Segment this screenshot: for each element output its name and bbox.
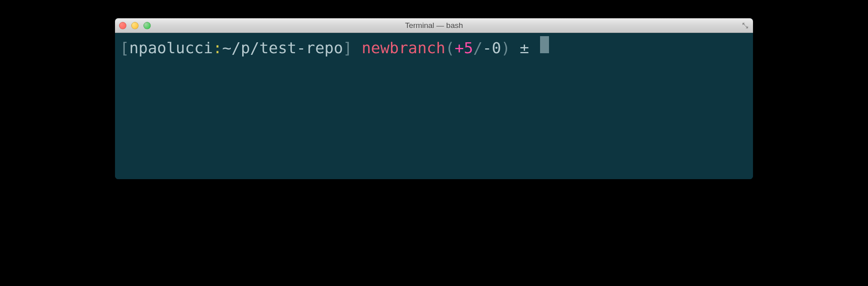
terminal-window: Terminal — bash [npaolucci:~/p/test-repo… xyxy=(115,18,753,179)
minimize-button[interactable] xyxy=(131,22,139,29)
plusminus-symbol: ± xyxy=(520,38,529,58)
open-bracket: [ xyxy=(120,38,129,58)
space xyxy=(352,38,362,58)
git-deletions: -0 xyxy=(482,38,501,58)
open-paren: ( xyxy=(445,38,455,58)
titlebar[interactable]: Terminal — bash xyxy=(115,18,753,33)
zoom-button[interactable] xyxy=(143,22,151,29)
space xyxy=(529,38,538,58)
terminal-content[interactable]: [npaolucci:~/p/test-repo] newbranch(+5/-… xyxy=(115,33,753,179)
git-additions: +5 xyxy=(455,38,473,58)
colon: : xyxy=(213,38,222,58)
cursor xyxy=(540,36,549,53)
path: ~/p/test-repo xyxy=(222,38,343,58)
traffic-lights xyxy=(119,22,151,29)
prompt-line: [npaolucci:~/p/test-repo] newbranch(+5/-… xyxy=(120,36,748,58)
close-bracket: ] xyxy=(343,38,352,58)
close-button[interactable] xyxy=(119,22,126,29)
close-paren: ) xyxy=(501,38,510,58)
window-title: Terminal — bash xyxy=(405,21,463,30)
space xyxy=(510,38,520,58)
slash: / xyxy=(473,38,482,58)
username: npaolucci xyxy=(129,38,213,58)
fullscreen-icon[interactable] xyxy=(742,22,749,29)
git-branch: newbranch xyxy=(362,38,445,58)
